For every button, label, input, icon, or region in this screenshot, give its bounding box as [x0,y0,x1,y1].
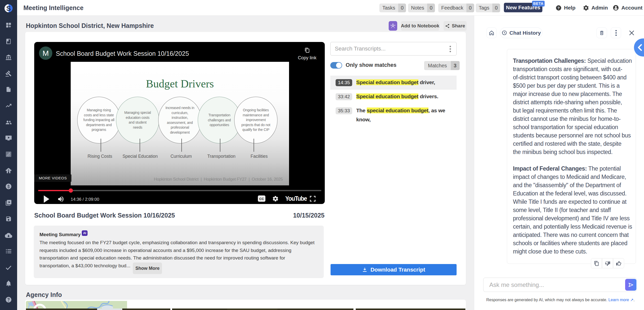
svg-text:CC: CC [259,197,264,201]
svg-text:S: S [6,5,11,12]
svg-text:?: ? [557,6,560,10]
